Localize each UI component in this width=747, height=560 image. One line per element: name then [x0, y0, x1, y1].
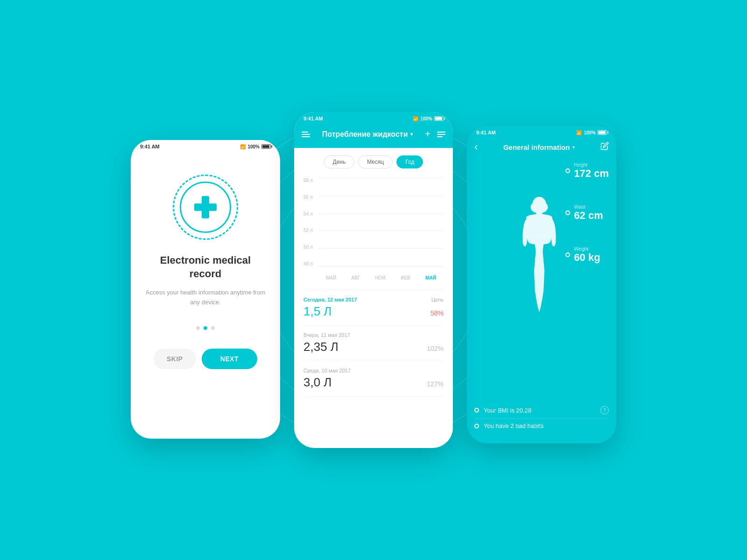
status-icons-3: 📶 100% — [576, 130, 607, 135]
status-icons-1: 📶 100% — [240, 144, 271, 149]
status-time-3: 9:41 AM — [476, 130, 496, 135]
waist-measurement: Waist 62 cm — [565, 204, 609, 221]
battery-icon-1 — [261, 144, 271, 149]
tab-month[interactable]: Месяц — [358, 155, 393, 168]
goal-label: Цель — [431, 297, 444, 302]
x-label-2: АВГ — [352, 275, 360, 280]
waist-value: 62 cm — [574, 210, 603, 221]
weight-dot — [565, 252, 570, 257]
grid-line-4 — [318, 231, 444, 231]
yesterday-percent: 102% — [427, 345, 444, 352]
skip-button[interactable]: SKIP — [154, 349, 196, 369]
data-entry-today: Сегодня, 12 мая 2017 Цель 1,5 Л 58% — [303, 290, 444, 326]
status-icons-2: 📶 100% — [413, 116, 444, 121]
weight-label: Weight — [574, 246, 600, 252]
height-label: Height — [574, 162, 609, 168]
bmi-row: Your BMI is 20.28 ? — [474, 402, 609, 419]
liquid-chart: 48 л 50 л 52 л 54 л 56 л 58 л МАЙ АВГ — [303, 178, 444, 280]
status-time-2: 9:41 AM — [303, 116, 323, 121]
liquid-nav: Потребление жидкости ▾ + — [302, 127, 445, 141]
body-info-header: ‹ General information ▾ — [467, 137, 616, 158]
back-button[interactable]: ‹ — [474, 141, 478, 153]
today-value: 1,5 Л — [303, 304, 331, 319]
wed-date: Среда, 10 мая 2017 — [303, 368, 351, 373]
y-label-1: 48 л — [303, 261, 317, 266]
weight-measurement: Weight 60 kg — [565, 246, 609, 263]
header-title-row: General information ▾ — [503, 143, 575, 151]
tab-day[interactable]: День — [324, 155, 355, 168]
wed-percent: 127% — [427, 380, 444, 388]
body-silhouette-svg — [516, 195, 563, 316]
x-label-1: МАЙ — [326, 275, 336, 280]
battery-icon-3 — [598, 130, 607, 135]
waist-label: Waist — [574, 204, 603, 210]
habits-text: You have 2 bad habits — [484, 422, 543, 429]
battery-text-1: 100% — [247, 144, 260, 149]
add-icon[interactable]: + — [425, 129, 430, 140]
nav-action-icons: + — [425, 129, 445, 140]
phone-liquid-intake: 9:41 AM 📶 100% Потребление жидкости ▾ — [294, 112, 453, 448]
wifi-icon-1: 📶 — [240, 144, 246, 149]
y-label-6: 58 л — [303, 178, 317, 183]
height-measurement: Height 172 cm — [565, 162, 609, 179]
bmi-help-button[interactable]: ? — [600, 406, 609, 414]
grid-line-5 — [318, 248, 444, 249]
wed-value: 3,0 Л — [303, 375, 331, 390]
phone-onboarding: 9:41 AM 📶 100% Electronic medical rec — [131, 140, 280, 439]
grid-line-2 — [318, 196, 444, 196]
liquid-nav-title: Потребление жидкости ▾ — [322, 130, 413, 139]
dot-3 — [211, 326, 215, 330]
yesterday-date: Вчера, 11 мая 2017 — [303, 332, 350, 338]
y-label-2: 50 л — [303, 245, 317, 250]
onboarding-body: Electronic medical record Access your he… — [131, 151, 280, 436]
body-info-bottom: Your BMI is 20.28 ? You have 2 bad habit… — [474, 402, 609, 433]
liquid-header: Потребление жидкости ▾ + — [294, 123, 453, 148]
y-label-5: 56 л — [303, 195, 317, 200]
dot-2 — [204, 326, 207, 330]
wifi-icon-3: 📶 — [576, 130, 582, 135]
chart-area — [318, 178, 444, 266]
medical-icon-container — [173, 175, 238, 240]
onboarding-buttons: SKIP NEXT — [145, 349, 266, 369]
today-date: Сегодня, 12 мая 2017 — [303, 297, 357, 302]
height-value: 172 cm — [574, 168, 609, 179]
habits-dot — [474, 424, 479, 428]
x-label-3: НОЯ — [375, 275, 386, 280]
cross-icon — [192, 194, 218, 220]
period-tabs: День Месяц Год — [303, 155, 444, 168]
chart-y-labels: 48 л 50 л 52 л 54 л 56 л 58 л — [303, 178, 317, 266]
pagination-dots — [196, 326, 215, 330]
bmi-text: Your BMI is 20.28 — [484, 407, 531, 414]
svg-rect-1 — [194, 203, 217, 211]
grid-line-3 — [318, 213, 444, 214]
grid-line-1 — [318, 178, 444, 178]
chart-x-labels: МАЙ АВГ НОЯ ФЕВ МАЙ — [318, 275, 444, 280]
body-info-content: Height 172 cm Waist 62 cm Weight — [467, 158, 616, 442]
x-label-5: МАЙ — [425, 275, 436, 280]
edit-button[interactable] — [600, 142, 609, 152]
tab-year[interactable]: Год — [396, 155, 423, 168]
y-label-3: 52 л — [303, 228, 317, 233]
page-title: General information — [503, 143, 570, 151]
onboarding-description: Access your health information anytime f… — [145, 288, 266, 308]
y-label-4: 54 л — [303, 211, 317, 217]
list-icon[interactable] — [437, 132, 445, 137]
weight-value: 60 kg — [574, 252, 600, 263]
data-entries-list: Сегодня, 12 мая 2017 Цель 1,5 Л 58% Вчер… — [303, 290, 444, 397]
hamburger-icon[interactable] — [302, 132, 310, 137]
phone-body-info: 9:41 AM 📶 100% ‹ General information ▾ — [467, 126, 616, 443]
habits-row: You have 2 bad habits — [474, 419, 609, 433]
battery-text-3: 100% — [584, 130, 596, 135]
data-entry-yesterday: Вчера, 11 мая 2017 2,35 Л 102% — [303, 326, 444, 361]
waist-dot — [565, 210, 570, 215]
status-bar-3: 9:41 AM 📶 100% — [467, 126, 616, 137]
next-button[interactable]: NEXT — [202, 349, 257, 369]
height-dot — [565, 168, 570, 173]
chevron-down-icon: ▾ — [410, 132, 413, 137]
body-figure — [516, 162, 563, 349]
yesterday-value: 2,35 Л — [303, 340, 338, 354]
title-chevron-icon: ▾ — [572, 145, 575, 150]
onboarding-title: Electronic medical record — [145, 254, 266, 280]
battery-icon-2 — [434, 116, 444, 121]
measurements-list: Height 172 cm Waist 62 cm Weight — [565, 162, 609, 263]
